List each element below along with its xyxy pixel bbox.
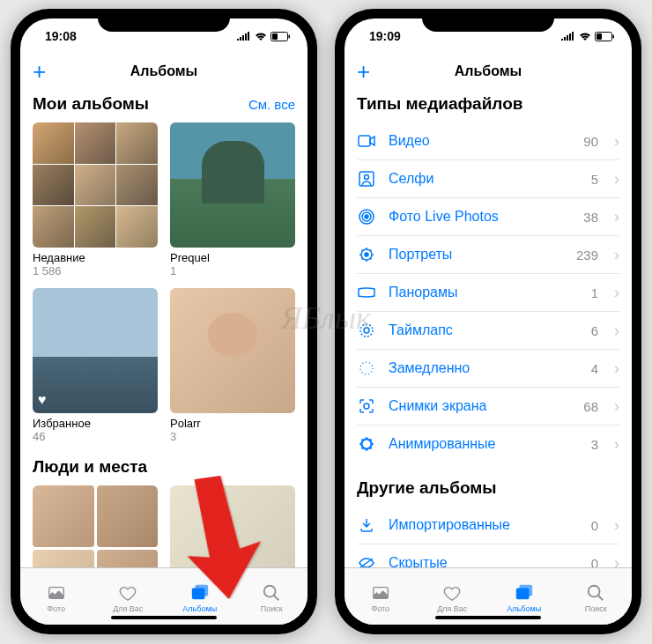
people-album[interactable] [33, 485, 158, 567]
row-label: Селфи [389, 171, 579, 187]
tab-search[interactable]: Поиск [236, 568, 308, 625]
tab-label: Для Вас [437, 604, 467, 613]
row-selfie[interactable]: Селфи 5 › [357, 160, 619, 198]
row-imported[interactable]: Импортированные 0 › [357, 507, 619, 544]
nav-bar: + Альбомы [20, 54, 307, 89]
screenshot-icon [357, 398, 376, 414]
content-right[interactable]: Типы медиафайлов Видео 90 › Селфи 5 › [345, 89, 632, 567]
notch [98, 9, 230, 32]
tab-search[interactable]: Поиск [560, 568, 633, 625]
face-thumb [97, 550, 159, 568]
tab-photos[interactable]: Фото [20, 568, 93, 625]
face-thumb [97, 485, 159, 547]
heart-icon: ♥ [38, 392, 47, 408]
nav-title: Альбомы [455, 63, 522, 79]
row-count: 5 [591, 172, 598, 187]
tab-label: Фото [47, 604, 65, 613]
tab-label: Поиск [585, 604, 607, 613]
row-slomo[interactable]: Замедленно 4 › [357, 350, 619, 388]
album-thumbnail [33, 122, 158, 248]
hidden-icon [357, 557, 376, 567]
svg-point-22 [364, 403, 369, 409]
svg-rect-28 [519, 585, 532, 596]
face-thumb [33, 485, 94, 547]
face-thumb [33, 550, 94, 568]
animated-icon [357, 436, 376, 452]
chevron-right-icon: › [614, 322, 619, 340]
album-name: Недавние [33, 251, 158, 264]
status-icons [237, 32, 290, 41]
row-portrait[interactable]: Портреты 239 › [357, 236, 619, 274]
places-album[interactable] [170, 485, 295, 567]
album-recents[interactable]: Недавние 1 586 [33, 122, 158, 278]
svg-rect-9 [613, 34, 615, 38]
svg-point-20 [364, 328, 369, 333]
nav-bar: + Альбомы [345, 54, 632, 89]
portrait-icon [357, 247, 376, 263]
home-indicator[interactable] [435, 616, 541, 619]
photos-icon [46, 583, 67, 603]
tab-label: Альбомы [507, 604, 541, 613]
row-count: 0 [591, 518, 598, 533]
content-left[interactable]: Мои альбомы См. все Недавние 1 586 Prequ… [20, 89, 307, 567]
chevron-right-icon: › [614, 554, 619, 568]
section-my-albums: Мои альбомы [33, 94, 149, 114]
row-count: 38 [583, 210, 598, 225]
section-other-albums: Другие альбомы [357, 478, 497, 498]
album-count: 46 [33, 430, 158, 443]
row-label: Замедленно [389, 360, 579, 376]
row-count: 6 [591, 323, 598, 338]
chevron-right-icon: › [614, 132, 619, 151]
add-button[interactable]: + [33, 58, 46, 85]
search-icon [261, 583, 282, 603]
slomo-icon [357, 360, 376, 376]
album-prequel[interactable]: Prequel 1 [170, 122, 295, 278]
svg-rect-2 [272, 33, 278, 40]
nav-title: Альбомы [130, 63, 198, 79]
svg-rect-5 [195, 585, 208, 596]
svg-rect-1 [289, 34, 291, 38]
album-thumbnail [170, 288, 295, 413]
row-hidden[interactable]: Скрытые 0 › [357, 544, 619, 567]
status-time: 19:09 [369, 29, 401, 43]
media-types-list: Видео 90 › Селфи 5 › Фото Live Photos 38 [357, 122, 619, 463]
row-label: Видео [389, 133, 571, 149]
other-albums-list: Импортированные 0 › Скрытые 0 › Недавно … [357, 507, 619, 567]
row-timelapse[interactable]: Таймлапс 6 › [357, 312, 619, 350]
add-button[interactable]: + [357, 58, 370, 85]
chevron-right-icon: › [614, 208, 619, 226]
svg-rect-11 [359, 136, 370, 146]
see-all-link[interactable]: См. все [248, 97, 295, 112]
album-name: Prequel [170, 251, 295, 264]
album-name: Polarr [170, 417, 295, 430]
foryou-icon [441, 583, 463, 603]
svg-line-7 [274, 596, 279, 601]
tab-label: Поиск [261, 604, 283, 613]
section-people-places: Люди и места [33, 457, 147, 477]
tab-photos[interactable]: Фото [345, 568, 417, 625]
row-video[interactable]: Видео 90 › [357, 122, 619, 160]
album-name: Избранное [33, 417, 158, 430]
chevron-right-icon: › [614, 397, 619, 416]
row-panorama[interactable]: Панорамы 1 › [357, 274, 619, 312]
album-favorites[interactable]: ♥ Избранное 46 [33, 288, 158, 443]
album-thumbnail: ♥ [33, 288, 158, 413]
svg-point-19 [360, 324, 373, 337]
selfie-icon [357, 171, 376, 187]
row-live[interactable]: Фото Live Photos 38 › [357, 198, 619, 236]
live-icon [357, 209, 376, 225]
foryou-icon [117, 583, 138, 603]
tab-label: Альбомы [182, 604, 217, 613]
chevron-right-icon: › [614, 359, 619, 378]
svg-point-18 [365, 253, 368, 256]
row-screenshot[interactable]: Снимки экрана 68 › [357, 388, 619, 426]
svg-point-16 [365, 215, 368, 218]
svg-point-13 [365, 175, 369, 180]
svg-point-29 [589, 586, 600, 597]
svg-point-6 [264, 586, 276, 597]
row-animated[interactable]: Анимированные 3 › [357, 426, 619, 463]
row-label: Панорамы [389, 285, 579, 300]
home-indicator[interactable] [111, 616, 217, 619]
album-polarr[interactable]: Polarr 3 [170, 288, 295, 443]
notch [422, 9, 554, 32]
